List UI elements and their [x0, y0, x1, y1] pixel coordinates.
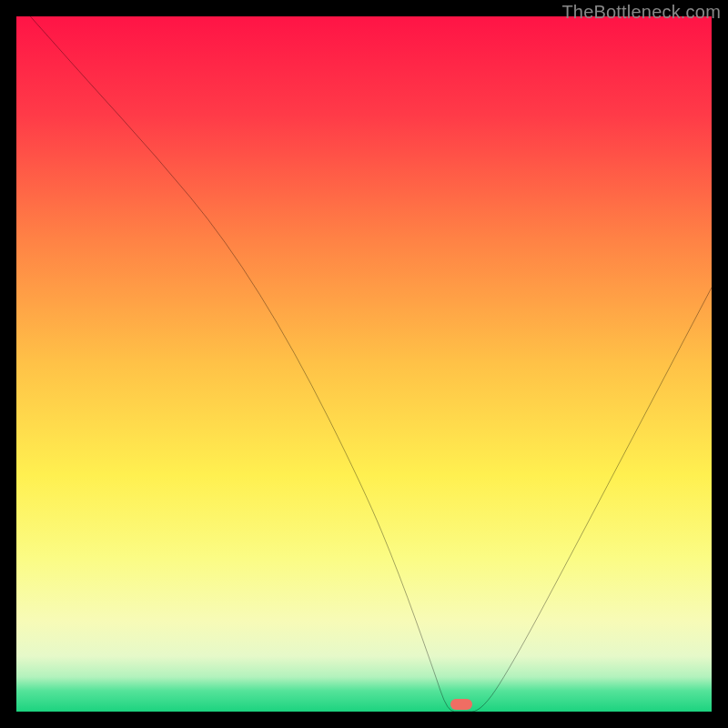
bottleneck-curve — [16, 16, 712, 712]
optimum-marker — [450, 699, 472, 710]
watermark-text: TheBottleneck.com — [561, 2, 721, 23]
curve-path — [30, 16, 712, 712]
chart-frame: TheBottleneck.com — [0, 0, 728, 728]
plot-area — [16, 16, 712, 712]
